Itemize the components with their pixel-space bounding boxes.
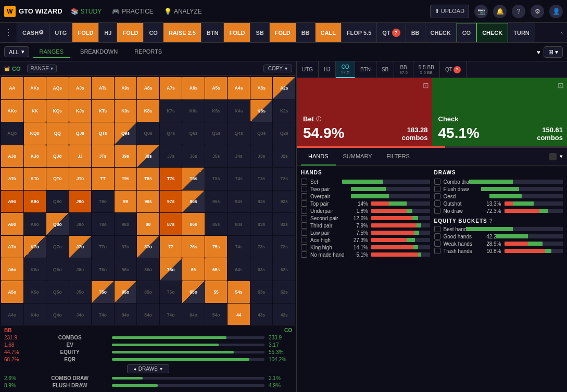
- hand-check-best-hands[interactable]: [434, 226, 440, 232]
- street-cash[interactable]: CASH ⚙: [17, 23, 49, 43]
- cell-tt[interactable]: TT: [92, 168, 114, 190]
- hand-check-third-pair[interactable]: [301, 222, 307, 229]
- cell-q4s[interactable]: Q4s: [228, 122, 250, 145]
- cell-q5s[interactable]: Q5s: [205, 122, 228, 145]
- cell-k5o[interactable]: K5o: [24, 281, 46, 304]
- chevron-right-icon[interactable]: ›: [557, 30, 567, 36]
- view-dropdown[interactable]: ⊞ ▾: [544, 46, 563, 58]
- cell-q2s[interactable]: Q2s: [273, 122, 295, 145]
- cell-a8s[interactable]: A8s: [137, 77, 159, 99]
- cell-86s[interactable]: 86s: [182, 213, 205, 235]
- cell-aks[interactable]: AKs: [24, 77, 46, 99]
- cell-98o[interactable]: 98o: [115, 213, 137, 235]
- hand-check-top-pair[interactable]: [301, 200, 307, 207]
- tab-filters[interactable]: FILTERS: [380, 148, 417, 166]
- cell-q9o[interactable]: Q9o: [46, 191, 69, 213]
- cell-t7o[interactable]: T7o: [92, 236, 114, 258]
- cell-j8s[interactable]: J8s: [137, 145, 159, 168]
- hand-check-low-pair[interactable]: [301, 230, 307, 236]
- cell-64o[interactable]: 64o: [182, 304, 205, 325]
- cell-q6o[interactable]: Q6o: [46, 258, 69, 281]
- cell-j8o[interactable]: J8o: [69, 213, 92, 235]
- cell-65s[interactable]: 65s: [205, 258, 228, 281]
- cell-a4o[interactable]: A4o: [1, 304, 23, 325]
- cell-76s[interactable]: 76s: [182, 236, 205, 258]
- cell-74o[interactable]: 74o: [160, 304, 182, 325]
- check-box[interactable]: ⊡ Check 45.1% 150.61 combos: [432, 78, 568, 146]
- pos-tab-co[interactable]: CO 97.5: [336, 61, 355, 78]
- camera-icon[interactable]: 📷: [474, 5, 488, 18]
- cell-j6s[interactable]: J6s: [182, 145, 205, 168]
- hand-check-ace-high[interactable]: [301, 237, 307, 243]
- street-turn[interactable]: TURN: [508, 23, 535, 43]
- cell-k9s[interactable]: K9s: [115, 100, 137, 122]
- bet-box[interactable]: ⊡ Bet ⓘ 54.9% 183.28 combos: [297, 78, 432, 146]
- hand-check-flush-draw[interactable]: [434, 186, 440, 192]
- cell-72s[interactable]: 72s: [273, 236, 295, 258]
- upload-button[interactable]: ⬆ UPLOAD: [430, 5, 469, 18]
- cell-94o[interactable]: 94o: [115, 304, 137, 325]
- cell-a6o[interactable]: A6o: [1, 258, 23, 281]
- cell-t3s[interactable]: T3s: [250, 168, 273, 190]
- cell-j4s[interactable]: J4s: [228, 145, 250, 168]
- cell-k5s[interactable]: K5s: [205, 100, 228, 122]
- cell-54s[interactable]: 54s: [228, 281, 250, 304]
- equity-help-icon[interactable]: ?: [489, 218, 493, 224]
- street-flop[interactable]: FLOP 5.5: [342, 23, 377, 43]
- cell-a5s[interactable]: A5s: [205, 77, 228, 99]
- cell-k8s[interactable]: K8s: [137, 100, 159, 122]
- street-fold-2[interactable]: FOLD: [117, 23, 144, 43]
- cell-aqs[interactable]: AQs: [46, 77, 69, 99]
- cell-aa[interactable]: AA: [1, 77, 23, 99]
- tab-hands[interactable]: HANDS: [301, 148, 336, 166]
- pos-tab-hj[interactable]: HJ: [319, 61, 336, 78]
- cell-96s[interactable]: 96s: [182, 191, 205, 213]
- cell-k9o[interactable]: K9o: [24, 191, 46, 213]
- cell-73s[interactable]: 73s: [250, 236, 273, 258]
- settings-icon[interactable]: ⚙: [531, 5, 544, 18]
- cell-j9s[interactable]: J9s: [115, 145, 137, 168]
- pos-tab-utg[interactable]: UTG: [297, 61, 319, 78]
- street-co2[interactable]: CO: [457, 23, 477, 43]
- pos-tab-qt[interactable]: QT 7: [440, 61, 467, 78]
- cell-qjo[interactable]: QJo: [46, 145, 69, 168]
- cell-t4s[interactable]: T4s: [228, 168, 250, 190]
- hand-check-oesd[interactable]: [434, 193, 440, 199]
- cell-92s[interactable]: 92s: [273, 191, 295, 213]
- cell-t7s[interactable]: T7s: [160, 168, 182, 190]
- cell-qjs[interactable]: QJs: [69, 122, 92, 145]
- hand-check-trash-hands[interactable]: [434, 248, 440, 254]
- copy-button[interactable]: COPY ▾: [263, 65, 292, 72]
- hand-check-underpair[interactable]: [301, 208, 307, 214]
- cell-jto[interactable]: JTo: [69, 168, 92, 190]
- expand-icon[interactable]: ⊡: [423, 81, 429, 90]
- hand-check-weak-hands[interactable]: [434, 241, 440, 247]
- cell-94s[interactable]: 94s: [228, 191, 250, 213]
- nav-practice[interactable]: 🎮 PRACTICE: [112, 8, 154, 15]
- hand-check-gutshot[interactable]: [434, 200, 440, 207]
- cell-j5s[interactable]: J5s: [205, 145, 228, 168]
- cell-a7o[interactable]: A7o: [1, 236, 23, 258]
- cell-a9o[interactable]: A9o: [1, 191, 23, 213]
- color-swatch[interactable]: [549, 153, 557, 160]
- cell-63s[interactable]: 63s: [250, 258, 273, 281]
- cell-j3s[interactable]: J3s: [250, 145, 273, 168]
- cell-jj[interactable]: JJ: [69, 145, 92, 168]
- expand-icon-2[interactable]: ⊡: [558, 81, 564, 90]
- cell-a9s[interactable]: A9s: [115, 77, 137, 99]
- cell-kqs[interactable]: KQs: [46, 100, 69, 122]
- cell-kqo[interactable]: KQo: [24, 122, 46, 145]
- cell-qq[interactable]: QQ: [46, 122, 69, 145]
- cell-k7o[interactable]: K7o: [24, 236, 46, 258]
- cell-95s[interactable]: 95s: [205, 191, 228, 213]
- filter-dropdown[interactable]: ALL ▾: [4, 46, 29, 57]
- cell-52s[interactable]: 52s: [273, 281, 295, 304]
- cell-j2s[interactable]: J2s: [273, 145, 295, 168]
- cell-a8o[interactable]: A8o: [1, 213, 23, 235]
- cell-q8s[interactable]: Q8s: [137, 122, 159, 145]
- cell-k4s[interactable]: K4s: [228, 100, 250, 122]
- pos-tab-sb[interactable]: SB: [376, 61, 394, 78]
- cell-95o[interactable]: 95o: [115, 281, 137, 304]
- tab-summary[interactable]: SUMMARY: [336, 148, 380, 166]
- cell-k2s[interactable]: K2s: [273, 100, 295, 122]
